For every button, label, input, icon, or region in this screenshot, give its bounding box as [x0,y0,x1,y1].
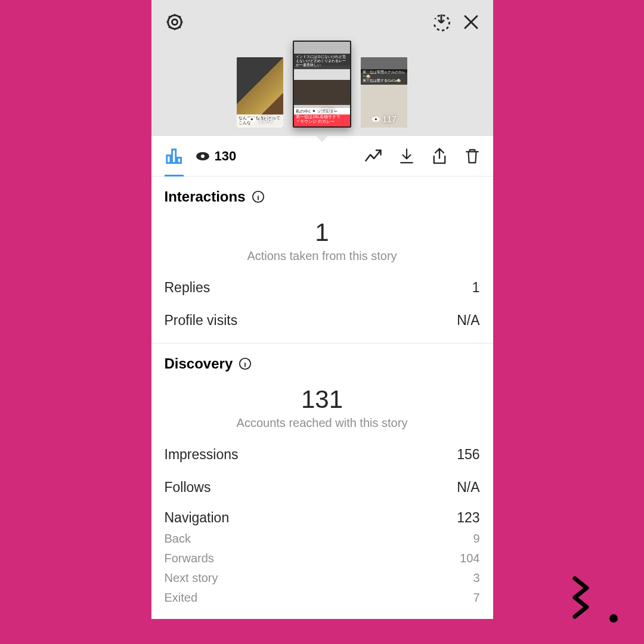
metric-value: 3 [473,571,479,585]
thumb-views: 117 [382,114,396,124]
download-icon[interactable] [399,147,414,165]
metric-label: Back [165,532,191,546]
section-title: Discovery [165,355,233,372]
thumb-overlay-text: インドスにはロにないけれど見えないけど正めくりまわるレーが一番美味しい [294,54,350,69]
metric-label: Impressions [165,447,239,463]
story-thumbnail-prev[interactable]: なんでにもカレーってこんな 138 [237,57,283,128]
metric-value: N/A [457,479,479,496]
thumb-views: 138 [258,114,272,124]
metric-value: 123 [457,510,479,526]
story-thumbnail-current[interactable]: インドスにはロにないけれど見えないけど正めくりまわるレーが一番美味しい 私の中の… [293,41,351,128]
story-thumbnails: なんでにもカレーってこんな 138 インドスにはロにないけれど見えないけど正めく… [237,41,407,128]
metric-row-navigation: Navigation 123 [165,510,480,526]
metric-row-next-story: Next story 3 [165,571,480,585]
info-icon[interactable] [239,357,252,370]
svg-point-9 [201,154,205,158]
metric-label: Profile visits [165,312,238,329]
interactions-count: 1 [165,218,480,247]
settings-icon[interactable] [165,12,185,32]
share-icon[interactable] [431,147,448,165]
svg-point-1 [172,19,177,24]
metric-row-exited: Exited 7 [165,591,480,605]
svg-point-3 [251,118,253,120]
metric-row-replies: Replies 1 [165,280,480,296]
close-icon[interactable] [462,13,480,31]
svg-point-5 [313,110,315,112]
metric-value: 104 [460,552,479,565]
interactions-caption: Actions taken from this story [165,249,480,263]
metric-label: Follows [165,479,211,496]
metric-label: Navigation [165,510,230,526]
metric-value: 1 [472,280,480,296]
insights-tab-icon[interactable] [165,147,182,165]
reach-count: 131 [165,385,480,414]
metric-label: Next story [165,571,218,585]
promote-icon[interactable] [364,148,382,164]
thumb-views: 130 [320,106,334,116]
story-thumbnail-next[interactable]: 第二位は帝国ホテルのカレー🍛 第三位は愛するCoCo🍛 117 [361,57,407,128]
brand-glyph [570,575,618,623]
metric-value: 9 [473,532,479,546]
section-title: Interactions [165,188,246,205]
save-story-icon[interactable] [431,12,451,32]
metric-value: 156 [457,447,479,463]
info-icon[interactable] [252,190,265,203]
active-tab-indicator [165,175,184,177]
metric-row-forwards: Forwards 104 [165,552,480,565]
interactions-section: Interactions 1 Actions taken from this s… [151,177,493,343]
viewers-tab[interactable]: 130 [196,148,237,164]
metric-row-back: Back 9 [165,532,480,546]
story-carousel-header: なんでにもカレーってこんな 138 インドスにはロにないけれど見えないけど正めく… [151,0,493,136]
metric-label: Forwards [165,552,214,565]
metric-value: N/A [457,312,479,329]
thumb-overlay-text: 第二位は帝国ホテルのカレー🍛 第三位は愛するCoCo🍛 [361,69,407,85]
metric-row-impressions: Impressions 156 [165,447,480,463]
metric-label: Exited [165,591,198,605]
delete-icon[interactable] [465,147,480,165]
metric-row-profile-visits: Profile visits N/A [165,312,480,329]
svg-point-12 [609,614,618,623]
insights-tabbar: 130 [151,136,493,177]
viewers-count: 130 [215,148,237,164]
metric-value: 7 [473,591,479,605]
reach-caption: Accounts reached with this story [165,416,480,430]
metric-row-follows: Follows N/A [165,479,480,496]
metric-label: Replies [165,280,210,296]
svg-point-7 [375,118,377,120]
insights-panel: なんでにもカレーってこんな 138 インドスにはロにないけれど見えないけど正めく… [151,0,493,619]
discovery-section: Discovery 131 Accounts reached with this… [151,343,493,619]
